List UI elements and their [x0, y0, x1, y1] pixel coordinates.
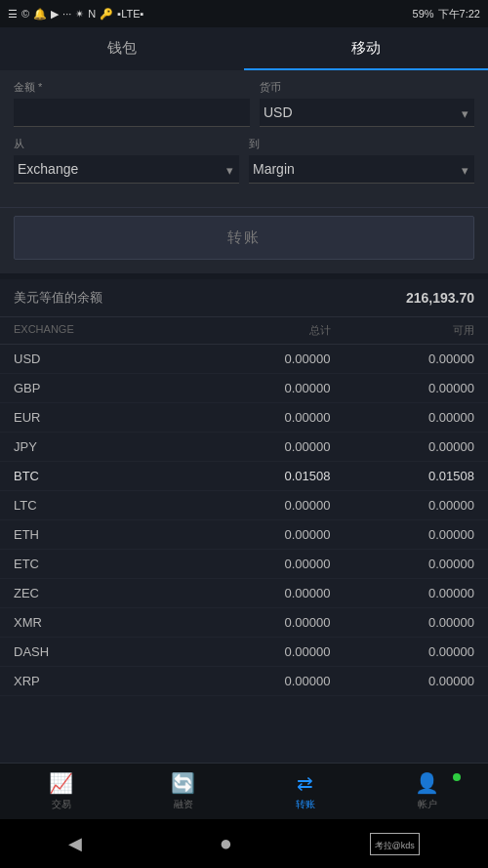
to-select[interactable]: Margin Exchange Funding — [249, 155, 474, 184]
table-container: EXCHANGE 总计 可用 USD0.000000.00000GBP0.000… — [0, 317, 488, 838]
system-bar: ◀ ● 考拉@kds — [0, 819, 488, 868]
home-button[interactable]: ● — [220, 831, 232, 856]
key-icon: 🔑 — [100, 8, 113, 21]
total-cell: 0.00000 — [186, 527, 331, 542]
transfer-icon: ⇄ — [297, 771, 313, 795]
table-row: GBP0.000000.00000 — [0, 374, 488, 403]
total-cell: 0.00000 — [186, 615, 331, 630]
balance-row: 美元等值的余额 216,193.70 — [0, 279, 488, 317]
form-row-1: 金额 * 货币 USD BTC ETH — [14, 80, 474, 127]
currency-select-wrapper: USD BTC ETH — [260, 99, 474, 127]
currency-cell: ZEC — [14, 586, 186, 600]
play-icon: ▶ — [51, 8, 59, 21]
amount-input[interactable] — [14, 99, 250, 127]
funding-label: 融资 — [174, 798, 193, 811]
form-row-2: 从 Exchange Margin Funding 到 Margin Excha… — [14, 137, 474, 184]
currency-cell: EUR — [14, 410, 186, 425]
table-header: EXCHANGE 总计 可用 — [0, 317, 488, 345]
table-row: XMR0.000000.00000 — [0, 608, 488, 638]
available-cell: 0.00000 — [331, 351, 475, 366]
balance-value: 216,193.70 — [406, 290, 474, 306]
currency-cell: XRP — [14, 674, 186, 688]
available-cell: 0.00000 — [331, 674, 475, 688]
tab-wallet[interactable]: 钱包 — [0, 27, 244, 70]
tab-bar: 钱包 移动 — [0, 27, 488, 70]
battery-text: 59% — [413, 8, 434, 20]
currency-cell: GBP — [14, 381, 186, 395]
status-bar: ☰ © 🔔 ▶ ··· ✴ N 🔑 ▪LTE▪ 59% 下午7:22 — [0, 0, 488, 27]
table-row: JPY0.000000.00000 — [0, 433, 488, 462]
menu-icon: ☰ — [8, 8, 18, 21]
tab-transfer[interactable]: 移动 — [244, 27, 488, 70]
balance-label: 美元等值的余额 — [14, 289, 102, 307]
currency-cell: ETC — [14, 557, 186, 571]
available-cell: 0.00000 — [331, 439, 475, 454]
currency-cell: XMR — [14, 615, 186, 630]
branding-text: 考拉@kds — [375, 841, 415, 850]
transfer-button[interactable]: 转账 — [14, 216, 474, 260]
bell-icon: 🔔 — [33, 8, 47, 21]
currency-label: 货币 — [260, 80, 474, 95]
time-text: 下午7:22 — [438, 7, 480, 21]
table-row: EUR0.000000.00000 — [0, 403, 488, 433]
total-cell: 0.00000 — [186, 498, 331, 513]
total-cell: 0.00000 — [186, 381, 331, 395]
currency-cell: USD — [14, 351, 186, 366]
transfer-label: 转账 — [296, 798, 315, 811]
total-cell: 0.00000 — [186, 586, 331, 600]
table-row: ETC0.000000.00000 — [0, 550, 488, 579]
nav-transfer[interactable]: ⇄ 转账 — [244, 771, 366, 811]
amount-label: 金额 * — [14, 80, 250, 95]
trading-label: 交易 — [52, 798, 71, 811]
status-bar-left: ☰ © 🔔 ▶ ··· ✴ N 🔑 ▪LTE▪ — [8, 8, 143, 21]
available-cell: 0.00000 — [331, 644, 475, 659]
currency-cell: LTC — [14, 498, 186, 513]
currency-cell: ETH — [14, 527, 186, 542]
total-cell: 0.00000 — [186, 644, 331, 659]
total-cell: 0.00000 — [186, 557, 331, 571]
available-header: 可用 — [331, 323, 475, 338]
available-cell: 0.00000 — [331, 557, 475, 571]
table-row: LTC0.000000.00000 — [0, 491, 488, 520]
account-label: 帐户 — [418, 798, 437, 811]
table-row: ETH0.000000.00000 — [0, 520, 488, 550]
funding-icon: 🔄 — [171, 771, 195, 795]
table-row: XRP0.000000.00000 — [0, 667, 488, 696]
nav-trading[interactable]: 📈 交易 — [0, 771, 122, 811]
form-section: 金额 * 货币 USD BTC ETH 从 Exchange Margin Fu… — [0, 70, 488, 207]
trading-icon: 📈 — [49, 771, 73, 795]
recents-button[interactable]: 考拉@kds — [370, 833, 420, 855]
to-label: 到 — [249, 137, 474, 151]
table-rows: USD0.000000.00000GBP0.000000.00000EUR0.0… — [0, 345, 488, 696]
total-cell: 0.00000 — [186, 351, 331, 366]
total-cell: 0.00000 — [186, 674, 331, 688]
nav-account[interactable]: 👤 帐户 — [366, 771, 488, 811]
total-header: 总计 — [186, 323, 331, 338]
back-button[interactable]: ◀ — [68, 833, 82, 854]
amount-group: 金额 * — [14, 80, 250, 127]
currency-cell: JPY — [14, 439, 186, 454]
table-row: ZEC0.000000.00000 — [0, 579, 488, 608]
available-cell: 0.01508 — [331, 469, 475, 483]
exchange-label: EXCHANGE — [14, 323, 186, 338]
table-row: BTC0.015080.01508 — [0, 462, 488, 491]
total-cell: 0.01508 — [186, 469, 331, 483]
bottom-nav: 📈 交易 🔄 融资 ⇄ 转账 👤 帐户 — [0, 763, 488, 819]
available-cell: 0.00000 — [331, 615, 475, 630]
available-cell: 0.00000 — [331, 410, 475, 425]
currency-select[interactable]: USD BTC ETH — [260, 99, 474, 127]
total-cell: 0.00000 — [186, 439, 331, 454]
available-cell: 0.00000 — [331, 498, 475, 513]
from-select[interactable]: Exchange Margin Funding — [14, 155, 239, 184]
from-group: 从 Exchange Margin Funding — [14, 137, 239, 184]
currency-group: 货币 USD BTC ETH — [260, 80, 474, 127]
nav-funding[interactable]: 🔄 融资 — [122, 771, 244, 811]
app-icon: © — [21, 8, 29, 20]
bluetooth-icon: ✴ — [75, 8, 84, 21]
total-cell: 0.00000 — [186, 410, 331, 425]
dots: ··· — [62, 8, 71, 20]
account-icon: 👤 — [415, 771, 439, 795]
available-cell: 0.00000 — [331, 586, 475, 600]
from-select-wrapper: Exchange Margin Funding — [14, 155, 239, 184]
table-row: USD0.000000.00000 — [0, 345, 488, 374]
